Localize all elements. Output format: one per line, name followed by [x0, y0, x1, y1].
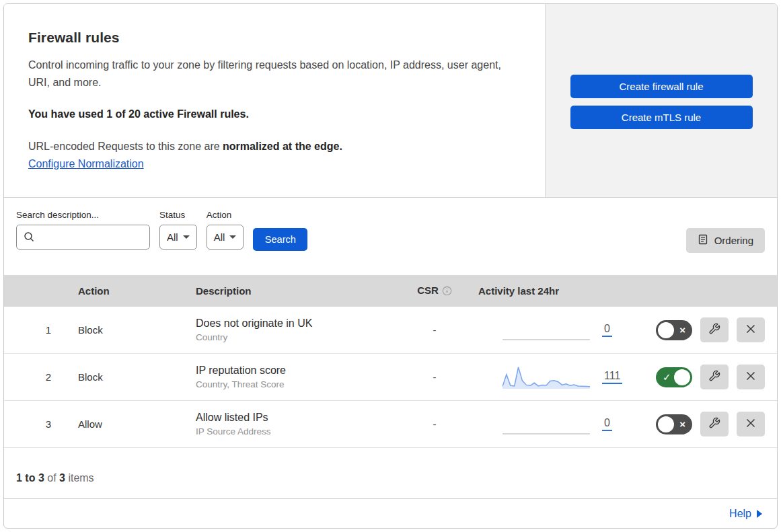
header-text-block: Firewall rules Control incoming traffic … [4, 4, 545, 197]
close-icon [745, 371, 756, 383]
toggle-knob [658, 322, 674, 338]
normalization-note: URL-encoded Requests to this zone are no… [28, 141, 518, 153]
column-header-action: Action [65, 285, 182, 297]
action-filter-group: Action All [207, 210, 244, 250]
rule-criteria: Country [196, 332, 398, 344]
activity-count-link[interactable]: 0 [602, 323, 612, 337]
chevron-down-icon [229, 235, 236, 239]
search-button[interactable]: Search [253, 228, 307, 251]
rule-priority: 3 [4, 418, 65, 430]
table-row: 2 Block IP reputation score Country, Thr… [4, 354, 777, 401]
arrow-right-icon [757, 510, 762, 518]
rule-enabled-toggle[interactable]: × ✓ [656, 367, 692, 387]
rule-priority: 1 [4, 324, 65, 336]
edit-rule-button[interactable] [700, 365, 729, 389]
create-mtls-rule-button[interactable]: Create mTLS rule [570, 106, 753, 129]
pagination-of: of [44, 472, 59, 484]
page-description: Control incoming traffic to your zone by… [28, 56, 518, 92]
close-icon [745, 418, 756, 430]
pagination-range: 1 to 3 [16, 472, 44, 484]
ordering-list-icon [698, 234, 708, 247]
info-icon[interactable] [442, 286, 452, 298]
header-actions-panel: Create firewall rule Create mTLS rule [545, 4, 777, 197]
action-dropdown-value: All [214, 231, 225, 243]
wrench-icon [708, 323, 720, 337]
pagination-total: 3 [59, 472, 65, 484]
filter-bar: Search description... Status All Action … [4, 198, 777, 275]
ordering-button-label: Ordering [714, 235, 753, 246]
table-row: 1 Block Does not originate in UK Country… [4, 307, 777, 354]
rule-activity-cell: 111 [472, 365, 636, 390]
rule-csr-cell: - [398, 324, 472, 336]
ordering-button[interactable]: Ordering [686, 228, 765, 253]
activity-sparkline [503, 317, 590, 343]
rule-controls: × ✓ [636, 365, 777, 389]
toggle-off-icon: × [679, 419, 685, 429]
edit-rule-button[interactable] [700, 412, 729, 436]
rule-description: Allow listed IPs [196, 410, 398, 425]
rule-activity-cell: 0 [472, 317, 636, 343]
search-icon [24, 231, 34, 245]
rule-description-cell: IP reputation score Country, Threat Scor… [182, 363, 398, 391]
rule-activity-cell: 0 [472, 412, 636, 437]
search-box [16, 225, 150, 250]
action-dropdown[interactable]: All [207, 225, 244, 250]
column-header-activity: Activity last 24hr [472, 285, 636, 297]
header-section: Firewall rules Control incoming traffic … [4, 4, 777, 198]
rule-description-cell: Allow listed IPs IP Source Address [182, 410, 398, 438]
toggle-knob [674, 369, 690, 385]
rule-criteria: IP Source Address [196, 426, 398, 439]
toggle-knob [658, 416, 674, 432]
configure-normalization-link[interactable]: Configure Normalization [28, 158, 144, 170]
csr-value: - [433, 324, 437, 336]
csr-value: - [433, 371, 437, 383]
toggle-off-icon: × [679, 325, 685, 335]
pagination-items: items [65, 472, 94, 484]
edit-rule-button[interactable] [700, 317, 729, 342]
status-label: Status [159, 210, 197, 220]
csr-value: - [433, 418, 437, 430]
rule-description: IP reputation score [196, 363, 398, 378]
usage-summary: You have used 1 of 20 active Firewall ru… [28, 108, 518, 120]
page-title: Firewall rules [28, 30, 518, 46]
rule-controls: × ✓ [636, 317, 777, 342]
activity-sparkline [503, 365, 590, 390]
status-dropdown-value: All [167, 231, 178, 243]
rule-action: Block [65, 324, 182, 336]
status-dropdown[interactable]: All [159, 225, 197, 250]
column-header-description: Description [182, 285, 398, 297]
delete-rule-button[interactable] [737, 412, 765, 436]
rule-action: Block [65, 371, 182, 383]
help-link[interactable]: Help [729, 508, 762, 520]
search-label: Search description... [16, 210, 150, 220]
search-input[interactable] [16, 225, 150, 250]
toggle-on-icon: ✓ [663, 372, 671, 382]
table-row: 3 Allow Allow listed IPs IP Source Addre… [4, 401, 777, 448]
delete-rule-button[interactable] [737, 365, 765, 389]
help-label: Help [729, 508, 751, 520]
rule-description-cell: Does not originate in UK Country [182, 315, 398, 344]
pagination-summary: 1 to 3 of 3 items [4, 448, 777, 499]
search-group: Search description... [16, 210, 150, 250]
chevron-down-icon [183, 235, 190, 239]
rule-csr-cell: - [398, 371, 472, 383]
help-row: Help [4, 499, 777, 528]
create-firewall-rule-button[interactable]: Create firewall rule [570, 75, 753, 98]
status-filter-group: Status All [159, 210, 197, 250]
close-icon [745, 324, 756, 336]
rule-criteria: Country, Threat Score [196, 379, 398, 391]
rule-description: Does not originate in UK [196, 315, 398, 331]
rule-csr-cell: - [398, 418, 472, 430]
normalization-bold: normalized at the edge. [223, 141, 342, 152]
activity-count-link[interactable]: 0 [602, 417, 612, 431]
rule-enabled-toggle[interactable]: × ✓ [656, 320, 692, 340]
wrench-icon [708, 370, 720, 384]
rule-action: Allow [65, 418, 182, 430]
rule-enabled-toggle[interactable]: × ✓ [656, 414, 692, 434]
delete-rule-button[interactable] [737, 317, 765, 342]
column-header-csr: CSR [398, 284, 472, 298]
activity-count-link[interactable]: 111 [602, 370, 622, 384]
csr-header-label: CSR [417, 284, 439, 296]
table-header-row: Action Description CSR Activity last 24h… [4, 275, 777, 307]
wrench-icon [708, 417, 720, 431]
